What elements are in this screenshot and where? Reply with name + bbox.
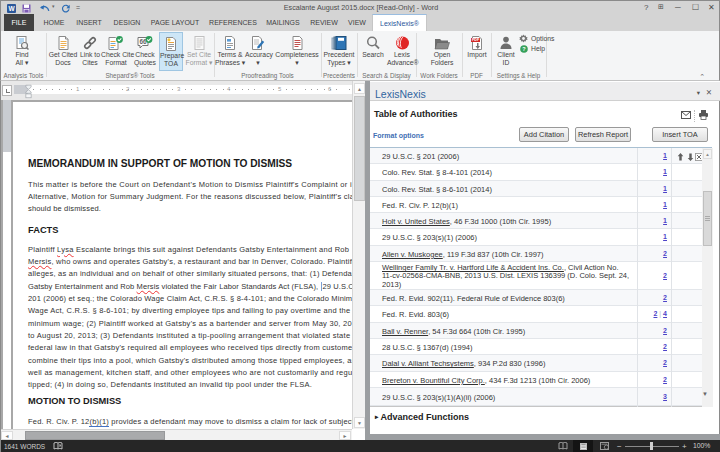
svg-text:PDF: PDF [472,38,480,42]
svg-text:W: W [9,5,16,12]
